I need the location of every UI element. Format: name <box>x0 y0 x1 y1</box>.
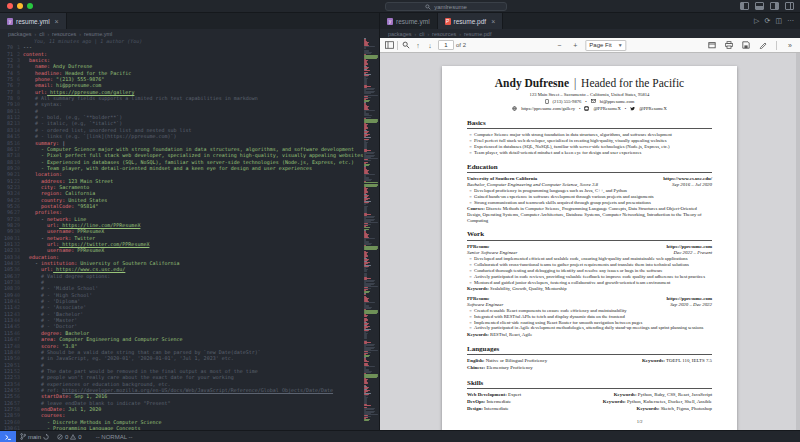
breadcrumb-item[interactable]: packages <box>8 31 32 37</box>
zoom-out-icon[interactable]: − <box>553 39 565 51</box>
breadcrumb-item[interactable]: cli <box>419 31 424 37</box>
draw-icon[interactable] <box>757 39 769 51</box>
breadcrumb[interactable]: packages›cli›resources›resume.yml <box>0 29 379 38</box>
vim-mode-indicator: -- NORMAL -- <box>92 434 137 440</box>
error-icon <box>57 434 63 440</box>
minimap-line <box>364 50 369 51</box>
warning-count: 0 <box>78 434 81 440</box>
resume-address: 123 Main Street – Sacramento – Californi… <box>467 92 712 97</box>
more-actions-icon[interactable]: ⋯ <box>787 17 794 25</box>
sync-icon <box>43 434 49 440</box>
toggle-panel-icon[interactable] <box>755 2 764 10</box>
open-file-icon[interactable] <box>706 39 718 51</box>
footer-label: Keywords: <box>467 286 490 291</box>
pdf-toolbar: ↑ ↓ of 2 − + Page Fit ▼ <box>380 38 800 53</box>
vscode-window: yamlresume y resume.yml × packages›cli›r… <box>0 0 800 442</box>
kv-right: Keywords: TOEFL 110, IELTS 7.5 <box>642 358 712 365</box>
bullet-marker: ○ <box>467 150 474 156</box>
resume-section-education: EducationUniversity of Southern Californ… <box>467 163 712 224</box>
minimap-line <box>364 206 368 207</box>
search-icon <box>425 4 431 10</box>
page-number-input[interactable] <box>438 40 454 50</box>
minimap-line <box>364 160 371 161</box>
kv-row: English: Native or Bilingual Proficiency… <box>467 358 712 365</box>
tab-label: resume.yml <box>396 18 430 25</box>
separator-dot: • <box>579 106 580 111</box>
tab-resume-yml[interactable]: yresume.yml <box>380 13 438 29</box>
close-tab-icon[interactable]: × <box>55 18 59 25</box>
breadcrumb-item[interactable]: resources <box>52 31 76 37</box>
pdf-viewer[interactable]: Andy Dufresne | Headed for the Pacific12… <box>380 53 800 430</box>
email-icon <box>591 99 596 104</box>
close-window-button[interactable] <box>7 3 13 9</box>
right-tab-bar: yresume.ymlPresume.pdf×▷⟳◫⋯ <box>380 13 800 29</box>
find-icon[interactable] <box>400 39 412 51</box>
tab-resume-pdf[interactable]: Presume.pdf× <box>438 13 504 29</box>
warning-icon <box>70 434 76 440</box>
toggle-sidebar-icon[interactable] <box>383 39 395 51</box>
next-page-icon[interactable]: ↓ <box>424 39 436 51</box>
breadcrumb-separator: › <box>415 31 417 37</box>
separator-dot: • <box>585 99 586 104</box>
close-tab-icon[interactable]: × <box>491 18 495 25</box>
minimap-line <box>364 115 372 116</box>
minimap-line <box>364 377 377 378</box>
kv-left: Web Development: Expert <box>467 392 521 399</box>
kv-right: Keywords: Python, Kubernetes, Docker, Sh… <box>603 399 712 406</box>
kv-row: Web Development: ExpertKeywords: Python,… <box>467 392 712 399</box>
git-branch-indicator[interactable]: main <box>16 433 53 440</box>
minimize-window-button[interactable] <box>17 3 23 9</box>
customize-layout-icon[interactable] <box>785 2 794 10</box>
kv-right-label: Keywords: <box>603 399 627 404</box>
minimap[interactable] <box>363 38 379 430</box>
title-bar: yamlresume <box>0 0 800 13</box>
breadcrumb-item[interactable]: packages <box>388 31 412 37</box>
minimap-line <box>364 229 369 230</box>
kv-right-label: Keywords: <box>637 406 661 411</box>
toggle-primary-sidebar-icon[interactable] <box>740 2 749 10</box>
separator-dot: • <box>625 106 626 111</box>
section-title: Work <box>467 230 712 241</box>
page-number-indicator: 1/2 <box>637 419 643 424</box>
split-editor-icon[interactable]: ◫ <box>775 17 782 25</box>
print-icon[interactable] <box>723 39 735 51</box>
left-tab-bar: y resume.yml × <box>0 13 379 29</box>
toggle-secondary-sidebar-icon[interactable] <box>770 2 779 10</box>
tab-resume-yml[interactable]: y resume.yml × <box>0 13 67 29</box>
zoom-window-button[interactable] <box>27 3 33 9</box>
open-preview-icon[interactable]: ▷ <box>754 17 759 25</box>
pdf-scrollbar[interactable] <box>796 53 800 430</box>
problems-indicator[interactable]: 0 0 <box>53 434 86 440</box>
remote-indicator[interactable] <box>0 431 16 442</box>
resume-section-basics: Basics○Computer Science major with stron… <box>467 119 712 156</box>
minimap-line <box>364 361 369 362</box>
breadcrumb-item[interactable]: resume.pdf <box>464 31 492 37</box>
resume-entry: PPResumehttps://ppresume.comSenior Softw… <box>467 244 712 292</box>
editor-actions: ▷⟳◫⋯ <box>754 13 800 29</box>
minimap-line <box>364 139 369 140</box>
zoom-in-icon[interactable]: + <box>569 39 581 51</box>
code-editor[interactable]: You, 11 minutes ago | 1 author (You) 701… <box>0 38 380 430</box>
bullet-text: Actively participated in Agile developme… <box>474 325 712 331</box>
command-center[interactable]: yamlresume <box>385 2 507 11</box>
code-lines: 701---712content:723 basics:734 name: An… <box>0 44 380 430</box>
breadcrumb[interactable]: packages›cli›resources›resume.pdf <box>380 29 800 38</box>
breadcrumb-item[interactable]: resume.yml <box>84 31 112 37</box>
pdf-file-icon: P <box>445 18 451 25</box>
more-tools-icon[interactable]: » <box>784 39 796 51</box>
refresh-icon[interactable]: ⟳ <box>765 17 771 25</box>
previous-page-icon[interactable]: ↑ <box>412 39 424 51</box>
minimap-line <box>364 313 377 314</box>
minimap-line <box>364 204 366 205</box>
chevron-down-icon: ▼ <box>618 42 623 48</box>
save-icon[interactable] <box>740 39 752 51</box>
traffic-lights <box>7 3 33 9</box>
kv-left: English: Native or Bilingual Proficiency <box>467 358 547 365</box>
minimap-line <box>364 420 369 421</box>
minimap-line <box>364 70 370 71</box>
branch-icon <box>20 433 26 440</box>
zoom-level-select[interactable]: Page Fit ▼ <box>585 40 626 51</box>
minimap-line <box>364 296 366 297</box>
breadcrumb-item[interactable]: cli <box>39 31 44 37</box>
breadcrumb-item[interactable]: resources <box>432 31 456 37</box>
